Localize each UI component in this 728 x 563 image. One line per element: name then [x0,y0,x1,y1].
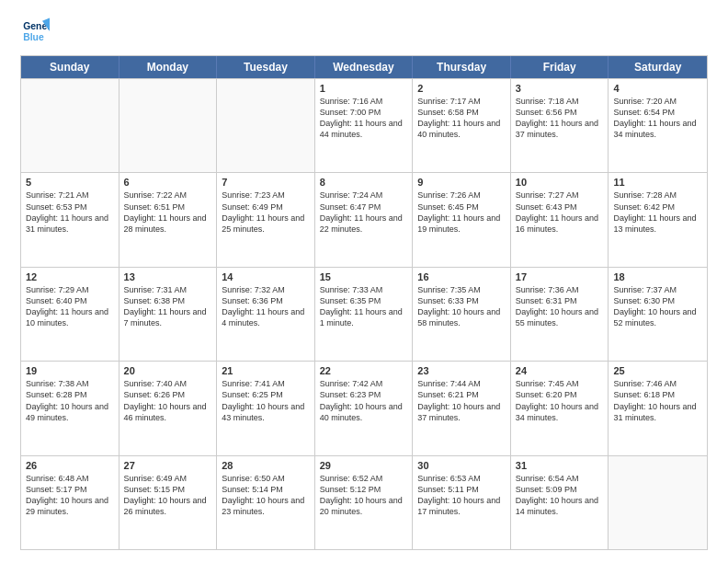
cal-cell-2-2: 14Sunrise: 7:32 AM Sunset: 6:36 PM Dayli… [217,268,315,361]
day-info: Sunrise: 6:54 AM Sunset: 5:09 PM Dayligh… [516,473,604,518]
logo-icon: GeneralBlue [20,17,50,46]
day-number: 25 [613,365,702,376]
day-number: 8 [320,177,408,188]
day-number: 20 [124,365,212,376]
cal-cell-1-1: 6Sunrise: 7:22 AM Sunset: 6:51 PM Daylig… [119,173,218,266]
cal-cell-2-6: 18Sunrise: 7:37 AM Sunset: 6:30 PM Dayli… [609,268,707,361]
cal-cell-0-6: 4Sunrise: 7:20 AM Sunset: 6:54 PM Daylig… [609,79,707,172]
day-number: 19 [26,365,114,376]
day-info: Sunrise: 7:31 AM Sunset: 6:38 PM Dayligh… [124,284,212,329]
day-info: Sunrise: 7:45 AM Sunset: 6:20 PM Dayligh… [516,378,604,423]
calendar: SundayMondayTuesdayWednesdayThursdayFrid… [20,55,708,550]
day-info: Sunrise: 7:38 AM Sunset: 6:28 PM Dayligh… [26,378,114,423]
day-info: Sunrise: 7:32 AM Sunset: 6:36 PM Dayligh… [222,284,310,329]
day-number: 6 [124,177,212,188]
day-number: 14 [222,271,310,282]
day-info: Sunrise: 7:28 AM Sunset: 6:42 PM Dayligh… [613,190,702,235]
cal-cell-2-1: 13Sunrise: 7:31 AM Sunset: 6:38 PM Dayli… [119,268,218,361]
day-info: Sunrise: 7:36 AM Sunset: 6:31 PM Dayligh… [516,284,604,329]
day-info: Sunrise: 7:44 AM Sunset: 6:21 PM Dayligh… [417,378,506,423]
day-number: 11 [613,177,702,188]
header-cell-friday: Friday [511,56,609,78]
day-number: 1 [320,83,408,94]
day-info: Sunrise: 6:53 AM Sunset: 5:11 PM Dayligh… [417,473,506,518]
cal-cell-4-5: 31Sunrise: 6:54 AM Sunset: 5:09 PM Dayli… [511,456,609,549]
cal-cell-1-4: 9Sunrise: 7:26 AM Sunset: 6:45 PM Daylig… [413,173,511,266]
day-number: 26 [26,460,114,471]
calendar-header-row: SundayMondayTuesdayWednesdayThursdayFrid… [21,56,707,78]
cal-cell-0-0 [21,79,119,172]
day-info: Sunrise: 7:46 AM Sunset: 6:18 PM Dayligh… [613,378,702,423]
calendar-body: 1Sunrise: 7:16 AM Sunset: 7:00 PM Daylig… [21,78,707,549]
svg-text:Blue: Blue [23,32,44,42]
cal-cell-2-0: 12Sunrise: 7:29 AM Sunset: 6:40 PM Dayli… [21,268,119,361]
day-number: 4 [613,83,702,94]
header-cell-wednesday: Wednesday [315,56,414,78]
cal-cell-0-1 [119,79,218,172]
day-info: Sunrise: 7:23 AM Sunset: 6:49 PM Dayligh… [222,190,310,235]
day-info: Sunrise: 7:16 AM Sunset: 7:00 PM Dayligh… [320,96,408,141]
day-number: 10 [516,177,604,188]
day-info: Sunrise: 7:41 AM Sunset: 6:25 PM Dayligh… [222,378,310,423]
day-number: 22 [320,365,408,376]
day-info: Sunrise: 7:40 AM Sunset: 6:26 PM Dayligh… [124,378,212,423]
cal-cell-1-6: 11Sunrise: 7:28 AM Sunset: 6:42 PM Dayli… [609,173,707,266]
day-info: Sunrise: 7:24 AM Sunset: 6:47 PM Dayligh… [320,190,408,235]
header-cell-saturday: Saturday [609,56,707,78]
day-number: 5 [26,177,114,188]
cal-cell-3-6: 25Sunrise: 7:46 AM Sunset: 6:18 PM Dayli… [609,362,707,454]
calendar-row-0: 1Sunrise: 7:16 AM Sunset: 7:00 PM Daylig… [21,78,707,172]
cal-cell-4-4: 30Sunrise: 6:53 AM Sunset: 5:11 PM Dayli… [413,456,511,549]
header-cell-sunday: Sunday [21,56,119,78]
cal-cell-4-1: 27Sunrise: 6:49 AM Sunset: 5:15 PM Dayli… [119,456,218,549]
day-info: Sunrise: 6:48 AM Sunset: 5:17 PM Dayligh… [26,473,114,518]
day-number: 12 [26,271,114,282]
page: GeneralBlue SundayMondayTuesdayWednesday… [0,0,728,563]
day-info: Sunrise: 7:17 AM Sunset: 6:58 PM Dayligh… [417,96,506,141]
cal-cell-3-2: 21Sunrise: 7:41 AM Sunset: 6:25 PM Dayli… [217,362,315,454]
header-cell-monday: Monday [119,56,218,78]
cal-cell-1-5: 10Sunrise: 7:27 AM Sunset: 6:43 PM Dayli… [511,173,609,266]
calendar-row-3: 19Sunrise: 7:38 AM Sunset: 6:28 PM Dayli… [21,361,707,454]
cal-cell-1-2: 7Sunrise: 7:23 AM Sunset: 6:49 PM Daylig… [217,173,315,266]
day-number: 23 [417,365,506,376]
day-number: 30 [417,460,506,471]
day-info: Sunrise: 7:35 AM Sunset: 6:33 PM Dayligh… [417,284,506,329]
day-number: 21 [222,365,310,376]
day-number: 15 [320,271,408,282]
logo: GeneralBlue [20,17,53,46]
day-number: 27 [124,460,212,471]
day-info: Sunrise: 7:33 AM Sunset: 6:35 PM Dayligh… [320,284,408,329]
day-number: 9 [417,177,506,188]
day-number: 13 [124,271,212,282]
cal-cell-1-3: 8Sunrise: 7:24 AM Sunset: 6:47 PM Daylig… [315,173,414,266]
cal-cell-2-3: 15Sunrise: 7:33 AM Sunset: 6:35 PM Dayli… [315,268,414,361]
day-number: 28 [222,460,310,471]
day-info: Sunrise: 6:52 AM Sunset: 5:12 PM Dayligh… [320,473,408,518]
header-cell-thursday: Thursday [413,56,511,78]
calendar-row-2: 12Sunrise: 7:29 AM Sunset: 6:40 PM Dayli… [21,267,707,361]
day-number: 17 [516,271,604,282]
day-number: 29 [320,460,408,471]
day-info: Sunrise: 7:21 AM Sunset: 6:53 PM Dayligh… [26,190,114,235]
header-cell-tuesday: Tuesday [217,56,315,78]
day-info: Sunrise: 6:50 AM Sunset: 5:14 PM Dayligh… [222,473,310,518]
cal-cell-0-5: 3Sunrise: 7:18 AM Sunset: 6:56 PM Daylig… [511,79,609,172]
day-info: Sunrise: 7:26 AM Sunset: 6:45 PM Dayligh… [417,190,506,235]
day-number: 16 [417,271,506,282]
cal-cell-3-5: 24Sunrise: 7:45 AM Sunset: 6:20 PM Dayli… [511,362,609,454]
day-info: Sunrise: 7:27 AM Sunset: 6:43 PM Dayligh… [516,190,604,235]
cal-cell-0-2 [217,79,315,172]
day-info: Sunrise: 6:49 AM Sunset: 5:15 PM Dayligh… [124,473,212,518]
day-info: Sunrise: 7:37 AM Sunset: 6:30 PM Dayligh… [613,284,702,329]
day-info: Sunrise: 7:42 AM Sunset: 6:23 PM Dayligh… [320,378,408,423]
cal-cell-2-5: 17Sunrise: 7:36 AM Sunset: 6:31 PM Dayli… [511,268,609,361]
day-number: 3 [516,83,604,94]
day-info: Sunrise: 7:22 AM Sunset: 6:51 PM Dayligh… [124,190,212,235]
day-info: Sunrise: 7:18 AM Sunset: 6:56 PM Dayligh… [516,96,604,141]
cal-cell-0-3: 1Sunrise: 7:16 AM Sunset: 7:00 PM Daylig… [315,79,414,172]
cal-cell-3-3: 22Sunrise: 7:42 AM Sunset: 6:23 PM Dayli… [315,362,414,454]
cal-cell-3-4: 23Sunrise: 7:44 AM Sunset: 6:21 PM Dayli… [413,362,511,454]
calendar-row-4: 26Sunrise: 6:48 AM Sunset: 5:17 PM Dayli… [21,455,707,549]
cal-cell-2-4: 16Sunrise: 7:35 AM Sunset: 6:33 PM Dayli… [413,268,511,361]
